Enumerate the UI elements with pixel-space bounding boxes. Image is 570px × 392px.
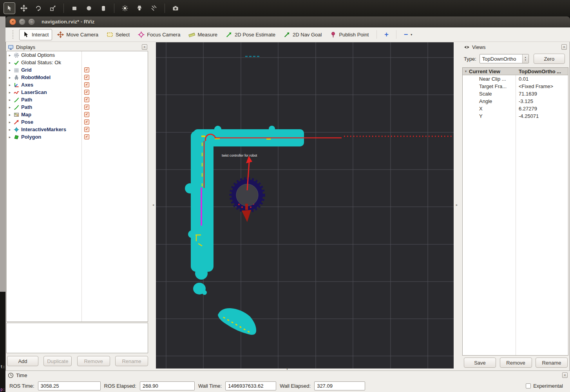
display-row-path[interactable]: ▸ Path ✔ — [7, 103, 148, 111]
gazebo-spot-light-tool[interactable] — [134, 2, 145, 14]
expander-icon[interactable]: ▸ — [7, 76, 13, 79]
display-row-map[interactable]: ▸ Map ✔ — [7, 111, 148, 118]
display-enabled-checkbox[interactable]: ✔ — [84, 105, 89, 110]
displays-panel-close-button[interactable]: × — [142, 44, 147, 50]
tool-2d-pose-estimate[interactable]: 2D Pose Estimate — [223, 29, 279, 40]
display-enabled-checkbox[interactable]: ✔ — [84, 127, 89, 132]
display-enabled-checkbox[interactable]: ✔ — [84, 134, 89, 139]
expander-open-icon[interactable]: ▾ — [463, 69, 469, 73]
display-row-axes[interactable]: ▸ Axes ✔ — [7, 81, 148, 89]
gazebo-cylinder-tool[interactable] — [98, 2, 109, 14]
3d-viewport[interactable]: twist controller for robot — [156, 42, 454, 369]
gazebo-screenshot-tool[interactable] — [170, 2, 181, 14]
gazebo-select-tool[interactable] — [4, 2, 15, 14]
display-row-pose[interactable]: ▸ Pose ✔ — [7, 118, 148, 126]
expander-icon[interactable]: ▸ — [7, 68, 13, 72]
gazebo-directional-light-tool[interactable] — [148, 2, 160, 14]
spinner-control[interactable]: ▴ ▾ — [522, 54, 528, 63]
expander-icon[interactable]: ▸ — [7, 98, 13, 102]
ros-time-input[interactable] — [38, 381, 101, 390]
display-enabled-checkbox[interactable]: ✔ — [84, 67, 89, 72]
experimental-checkbox[interactable] — [526, 383, 531, 388]
display-row-laserscan[interactable]: ▸ LaserScan ✔ — [7, 89, 148, 96]
remove-view-button[interactable]: Remove — [500, 358, 532, 368]
rename-display-button[interactable]: Rename — [115, 356, 148, 366]
expander-icon[interactable]: ▸ — [7, 135, 13, 139]
add-tool-button[interactable]: + — [382, 31, 391, 39]
duplicate-display-button[interactable]: Duplicate — [43, 356, 72, 366]
displays-tree[interactable]: ▸ Global Options ▸ Global Status: Ok ▸ G… — [6, 51, 148, 322]
expander-icon[interactable]: ▸ — [7, 113, 13, 117]
display-row-robotmodel[interactable]: ▸ RobotModel ✔ — [7, 74, 148, 81]
gazebo-rotate-tool[interactable] — [33, 2, 44, 14]
gazebo-translate-tool[interactable] — [18, 2, 30, 14]
window-maximize-button[interactable]: ▢ — [28, 18, 35, 25]
views-property-row-x[interactable]: X 6.27279 — [463, 105, 568, 112]
display-row-grid[interactable]: ▸ Grid ✔ — [7, 66, 148, 74]
views-property-row-target-frame[interactable]: Target Fra... <Fixed Frame> — [463, 83, 568, 90]
add-display-button[interactable]: Add — [7, 356, 38, 366]
tool-label: Publish Point — [339, 32, 369, 38]
tool-select[interactable]: Select — [103, 29, 133, 40]
views-panel-header[interactable]: Views × — [462, 43, 568, 51]
time-panel-close-button[interactable]: × — [562, 372, 568, 378]
views-current-view-row[interactable]: ▾ Current View TopDownOrtho ... — [463, 68, 568, 75]
expander-icon[interactable]: ▸ — [7, 83, 13, 87]
display-enabled-checkbox[interactable]: ✔ — [84, 97, 89, 102]
tool-publish-point[interactable]: Publish Point — [327, 29, 372, 40]
splitter-right-handle[interactable]: ▸ — [454, 201, 459, 208]
expander-icon[interactable]: ▸ — [7, 53, 13, 57]
rename-view-button[interactable]: Rename — [536, 358, 568, 368]
tool-measure[interactable]: Measure — [185, 29, 221, 40]
tool-interact[interactable]: Interact — [19, 29, 52, 40]
views-property-row-scale[interactable]: Scale 71.1639 — [463, 90, 568, 98]
gazebo-scale-tool[interactable] — [47, 2, 59, 14]
views-panel-close-button[interactable]: × — [561, 44, 567, 50]
translate-icon — [20, 5, 27, 12]
window-minimize-button[interactable]: − — [19, 18, 25, 25]
views-panel-icon — [464, 44, 470, 50]
display-row-polygon[interactable]: ▸ Polygon ✔ — [7, 133, 148, 141]
views-tree[interactable]: ▾ Current View TopDownOrtho ... Near Cli… — [462, 67, 568, 356]
views-property-row-angle[interactable]: Angle -3.125 — [463, 98, 568, 105]
toolbar-drag-handle[interactable] — [13, 30, 14, 39]
display-row-path[interactable]: ▸ Path ✔ — [7, 96, 148, 103]
expander-icon[interactable]: ▸ — [7, 128, 13, 132]
nav-goal-icon — [284, 31, 290, 38]
remove-tool-button[interactable]: − ▾ — [401, 31, 415, 39]
zero-button[interactable]: Zero — [534, 54, 565, 64]
displays-panel-header[interactable]: Displays × — [6, 43, 149, 51]
view-type-select[interactable]: TopDownOrtho ▴ ▾ — [480, 54, 529, 63]
views-property-row-near-clip[interactable]: Near Clip ... 0.01 — [463, 75, 568, 83]
tool-2d-nav-goal[interactable]: 2D Nav Goal — [280, 29, 325, 40]
terminal-text: p: — [0, 387, 5, 392]
window-titlebar[interactable]: × − ▢ navigation.rviz* - RViz — [5, 16, 570, 27]
gazebo-box-tool[interactable] — [69, 2, 80, 14]
gazebo-sphere-tool[interactable] — [83, 2, 95, 14]
expander-icon[interactable]: ▸ — [7, 120, 13, 124]
display-enabled-checkbox[interactable]: ✔ — [84, 112, 89, 117]
display-row-global-status[interactable]: ▸ Global Status: Ok — [7, 59, 148, 66]
tool-move-camera[interactable]: Move Camera — [54, 29, 101, 40]
display-enabled-checkbox[interactable]: ✔ — [84, 75, 89, 80]
expander-icon[interactable]: ▸ — [7, 61, 13, 65]
display-row-interactivemarkers[interactable]: ▸ InteractiveMarkers ✔ — [7, 126, 148, 133]
gazebo-point-light-tool[interactable] — [119, 2, 131, 14]
time-panel-header[interactable]: Time × — [6, 371, 569, 379]
display-row-global-options[interactable]: ▸ Global Options — [7, 51, 148, 59]
expander-icon[interactable]: ▸ — [7, 90, 13, 94]
expander-icon[interactable]: ▸ — [7, 105, 13, 109]
experimental-option[interactable]: Experimental — [526, 383, 563, 389]
save-view-button[interactable]: Save — [464, 358, 496, 368]
splitter-left-handle[interactable]: ◂ — [151, 201, 156, 208]
display-enabled-checkbox[interactable]: ✔ — [84, 82, 89, 87]
window-close-button[interactable]: × — [9, 18, 16, 25]
ros-elapsed-input[interactable] — [140, 381, 195, 390]
tool-focus-camera[interactable]: Focus Camera — [135, 29, 183, 40]
display-enabled-checkbox[interactable]: ✔ — [84, 90, 89, 95]
display-enabled-checkbox[interactable]: ✔ — [84, 119, 89, 125]
wall-time-input[interactable] — [225, 381, 276, 390]
wall-elapsed-input[interactable] — [314, 381, 365, 390]
views-property-row-y[interactable]: Y -4.25071 — [463, 112, 568, 120]
remove-display-button[interactable]: Remove — [77, 356, 110, 366]
